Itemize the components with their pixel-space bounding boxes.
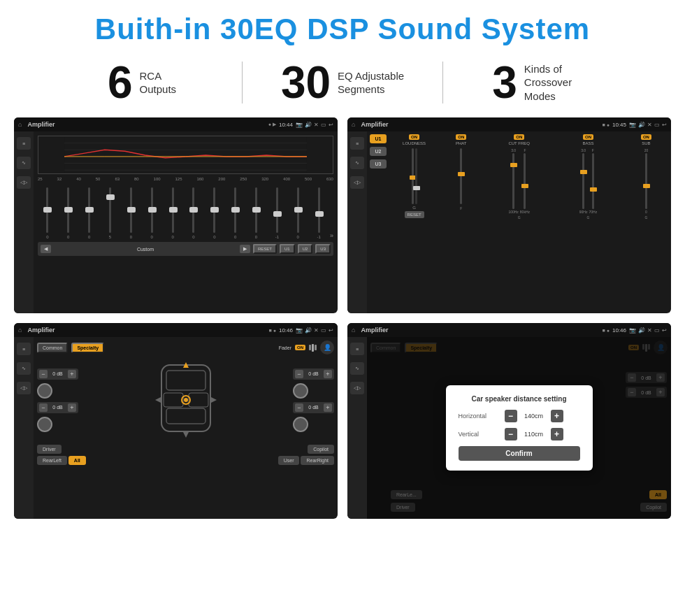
svg-point-12 [184, 398, 188, 402]
screen2-topbar-icons: 📷 🔊 ✕ ▭ ↩ [629, 122, 667, 128]
eq-slider-14: -1 [309, 187, 329, 239]
amp-loudness-col: ON LOUDNESS G RESET [392, 134, 436, 218]
amp-phat-col: ON PHAT F [439, 134, 483, 210]
rear-right-plus[interactable]: + [324, 403, 332, 412]
horizontal-label: Horizontal [459, 413, 500, 420]
horizontal-control: − 140cm + [505, 410, 580, 422]
sidebar-vol-btn-3[interactable]: ◁▷ [17, 382, 31, 394]
screen-amp: ⌂ Amplifier ■ ● 10:45 📷 🔊 ✕ ▭ ↩ ≡ ∿ ◁▷ U… [347, 117, 671, 313]
rear-left-minus[interactable]: − [39, 403, 48, 412]
screen3-sidebar: ≡ ∿ ◁▷ [14, 337, 34, 519]
profile-icon[interactable]: 👤 [320, 341, 334, 354]
specialty-tab[interactable]: Specialty [71, 343, 104, 353]
driver-btn[interactable]: Driver [37, 445, 62, 454]
eq-u1-btn[interactable]: U1 [280, 244, 295, 254]
copilot-btn[interactable]: Copilot [308, 445, 334, 454]
rear-left-btn[interactable]: RearLeft [37, 456, 67, 465]
eq-reset-btn[interactable]: RESET [253, 244, 277, 254]
screen-eq: ⌂ Amplifier ● ▶ 10:44 📷 🔊 ✕ ▭ ↩ ≡ ∿ ◁▷ [14, 117, 338, 313]
svg-rect-8 [166, 408, 206, 424]
vertical-minus-btn[interactable]: − [505, 428, 517, 440]
front-right-plus[interactable]: + [324, 370, 332, 378]
home-icon-2: ⌂ [352, 121, 355, 128]
rear-left-db: − 0 dB + [37, 402, 78, 413]
speaker-layout: − 0 dB + − 0 dB + [37, 358, 334, 442]
sidebar-wave-btn[interactable]: ∿ [17, 157, 31, 169]
screen2-sidebar: ≡ ∿ ◁▷ [347, 131, 367, 313]
stat-rca-label: RCAOutputs [140, 69, 177, 96]
svg-marker-15 [155, 397, 161, 403]
svg-marker-14 [183, 432, 189, 438]
confirm-button[interactable]: Confirm [459, 446, 580, 461]
eq-slider-8: 0 [184, 187, 203, 239]
amp-u2-btn[interactable]: U2 [370, 147, 387, 156]
eq-freq-labels: 25 32 40 50 63 80 100 125 160 200 250 32… [38, 177, 333, 181]
horizontal-value: 140cm [520, 413, 548, 420]
front-right-minus[interactable]: − [295, 370, 303, 378]
sidebar-eq-btn[interactable]: ≡ [17, 137, 31, 150]
amp-u3-btn[interactable]: U3 [370, 159, 387, 169]
sidebar-wave-btn-4[interactable]: ∿ [350, 362, 364, 375]
sidebar-vol-btn[interactable]: ◁▷ [17, 176, 31, 189]
screen1-topbar-icons: 📷 🔊 ✕ ▭ ↩ [296, 122, 333, 128]
screen2-topbar: ⌂ Amplifier ■ ● 10:45 📷 🔊 ✕ ▭ ↩ [347, 117, 671, 131]
fader-bars [309, 344, 317, 352]
sidebar-wave-btn-3[interactable]: ∿ [17, 362, 31, 375]
dialog-title: Car speaker distance setting [459, 395, 580, 403]
stat-rca-number: 6 [108, 60, 133, 105]
sidebar-eq-btn-3[interactable]: ≡ [17, 343, 31, 355]
screen2-body: ≡ ∿ ◁▷ U1 U2 U3 ON [347, 131, 671, 313]
all-btn[interactable]: All [68, 456, 86, 465]
rear-right-btn[interactable]: RearRight [301, 456, 334, 465]
screen3-topbar: ⌂ Amplifier ■ ● 10:46 📷 🔊 ✕ ▭ ↩ [14, 323, 338, 337]
svg-rect-10 [189, 393, 208, 407]
eq-prev-btn[interactable]: ◀ [41, 245, 51, 253]
amp-u1-btn[interactable]: U1 [370, 134, 387, 143]
cutfreq-on-badge: ON [514, 134, 524, 140]
stat-crossover: 3 Kinds ofCrossover Modes [443, 60, 643, 105]
amp-presets: U1 U2 U3 [370, 134, 387, 169]
bass-on-badge: ON [583, 134, 593, 140]
phat-label: PHAT [456, 141, 467, 145]
rear-right-minus[interactable]: − [295, 403, 303, 412]
screen3-time: 10:46 [279, 327, 293, 334]
screen4-topbar: ⌂ Amplifier ■ ● 10:46 📷 🔊 ✕ ▭ ↩ [347, 323, 671, 337]
rear-left-plus[interactable]: + [68, 403, 76, 412]
eq-slider-10: 0 [226, 187, 245, 239]
eq-sliders-row: 0 0 0 5 0 [38, 183, 333, 239]
vertical-control: − 110cm + [505, 428, 580, 440]
sidebar-vol-btn-4[interactable]: ◁▷ [350, 382, 364, 394]
screen1-sidebar: ≡ ∿ ◁▷ [14, 131, 34, 313]
sidebar-wave-btn-2[interactable]: ∿ [350, 157, 364, 169]
sidebar-eq-btn-4[interactable]: ≡ [350, 343, 364, 355]
rear-left-val: 0 dB [49, 405, 66, 410]
vertical-plus-btn[interactable]: + [551, 428, 563, 440]
horizontal-minus-btn[interactable]: − [505, 410, 517, 422]
front-left-minus[interactable]: − [39, 370, 48, 378]
amp-cutfreq-col: ON CUT FREQ 3.0 100Hz [486, 134, 552, 220]
front-left-db: − 0 dB + [37, 368, 78, 380]
horizontal-plus-btn[interactable]: + [551, 410, 563, 422]
sidebar-vol-btn-2[interactable]: ◁▷ [350, 176, 364, 189]
sub-on-badge: ON [641, 134, 651, 140]
common-tab[interactable]: Common [37, 343, 68, 353]
eq-next-btn[interactable]: ▶ [240, 245, 250, 253]
amp-reset-btn[interactable]: RESET [405, 211, 424, 218]
stat-rca: 6 RCAOutputs [42, 60, 242, 105]
loudness-label: LOUDNESS [403, 141, 426, 145]
screen1-topbar: ⌂ Amplifier ● ▶ 10:44 📷 🔊 ✕ ▭ ↩ [14, 117, 338, 131]
more-indicator: » [330, 232, 333, 239]
eq-slider-11: 0 [247, 187, 266, 239]
screen-distance: ⌂ Amplifier ■ ● 10:46 📷 🔊 ✕ ▭ ↩ ≡ ∿ ◁▷ C… [347, 323, 671, 519]
user-btn[interactable]: User [278, 456, 300, 465]
vertical-value: 110cm [520, 431, 548, 438]
page-header: Buith-in 30EQ DSP Sound System [0, 0, 685, 53]
eq-slider-7: 0 [163, 187, 182, 239]
front-left-plus[interactable]: + [68, 370, 76, 378]
vertical-row: Vertical − 110cm + [459, 428, 580, 440]
eq-u2-btn[interactable]: U2 [298, 244, 313, 254]
sidebar-eq-btn-2[interactable]: ≡ [350, 137, 364, 150]
eq-u3-btn[interactable]: U3 [315, 244, 331, 254]
rear-right-speaker [293, 417, 308, 432]
eq-graph [38, 136, 333, 174]
